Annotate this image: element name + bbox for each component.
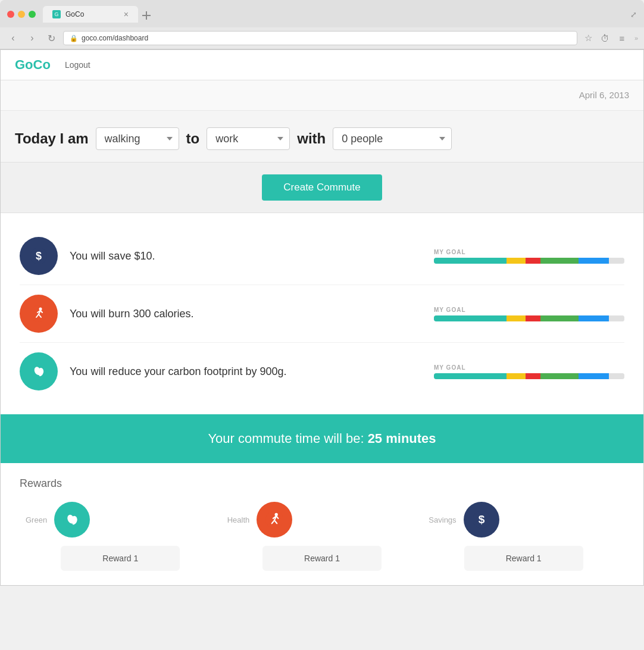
app-logo[interactable]: GoCo (15, 57, 51, 73)
green-leaf-icon (62, 510, 82, 530)
bar-seg-red (526, 258, 541, 264)
tab-close-button[interactable]: × (124, 10, 129, 19)
svg-rect-1 (142, 15, 151, 16)
date-text: April 6, 2013 (579, 90, 629, 100)
expand-icon[interactable]: ⤢ (630, 10, 637, 19)
address-bar[interactable]: 🔒 goco.com/dashboard (63, 31, 577, 45)
leaf-icon (29, 362, 48, 381)
calories-stat-text: You will burn 300 calories. (70, 308, 434, 320)
bar-seg-empty (609, 315, 624, 321)
bar-seg-empty (609, 258, 624, 264)
logout-button[interactable]: Logout (65, 60, 90, 70)
commute-time-banner: Your commute time will be: 25 minutes (1, 414, 643, 463)
clock-icon[interactable]: ⏱ (599, 32, 612, 45)
bar-seg-blue (579, 315, 609, 321)
bar-seg-red (526, 315, 541, 321)
carbon-goal-section: MY GOAL (434, 364, 624, 379)
savings-reward-card: Reward 1 (464, 546, 583, 571)
new-tab-button[interactable] (138, 8, 155, 23)
create-button-section: Create Commute (1, 162, 643, 213)
people-select[interactable]: 0 people 1 person 2 people 3 people (333, 127, 452, 150)
commute-form-section: Today I am walking cycling driving runni… (1, 111, 643, 162)
bar-seg-yellow (507, 258, 526, 264)
menu-icon[interactable]: ≡ (615, 32, 629, 45)
carbon-stat-text: You will reduce your carbon footprint by… (70, 365, 434, 378)
expand-dot[interactable] (29, 11, 36, 18)
create-commute-button[interactable]: Create Commute (262, 174, 382, 201)
bar-seg-blue (579, 258, 609, 264)
bar-seg-blue (579, 373, 609, 379)
savings-goal-section: MY GOAL (434, 249, 624, 264)
savings-reward-text: Reward 1 (506, 554, 542, 563)
green-reward-card: Reward 1 (61, 546, 180, 571)
browser-toolbar: ‹ › ↻ 🔒 goco.com/dashboard ☆ ⏱ ≡ » (0, 27, 644, 49)
health-icon (257, 502, 292, 538)
extra-label: » (634, 35, 638, 42)
bar-seg-green (434, 258, 507, 264)
commute-time-prefix: Your commute time will be: (208, 431, 364, 446)
green-icon (54, 502, 90, 538)
destination-select[interactable]: work home school (207, 127, 290, 150)
rewards-section: Rewards Green Reward 1 (1, 463, 643, 585)
savings-reward-label: Savings (429, 515, 456, 524)
bar-seg-red (526, 373, 541, 379)
savings-goal-bar (434, 258, 624, 264)
savings-goal-label: MY GOAL (434, 249, 624, 255)
today-label: Today I am (15, 130, 89, 147)
health-run-icon (264, 510, 285, 530)
svg-text:$: $ (36, 250, 42, 262)
commute-sentence: Today I am walking cycling driving runni… (15, 127, 629, 150)
url-text: goco.com/dashboard (82, 34, 148, 42)
health-label: Health (227, 515, 250, 524)
calories-goal-label: MY GOAL (434, 307, 624, 313)
star-icon[interactable]: ☆ (582, 32, 595, 45)
bar-seg-green2 (540, 315, 579, 321)
rewards-title: Rewards (20, 477, 624, 490)
carbon-icon-circle (20, 352, 58, 390)
lock-icon: 🔒 (70, 35, 78, 42)
green-reward-col: Green Reward 1 (20, 502, 221, 571)
with-label: with (297, 130, 326, 147)
carbon-goal-label: MY GOAL (434, 364, 624, 371)
carbon-goal-bar (434, 373, 624, 379)
browser-window: G GoCo × ⤢ ‹ › ↻ 🔒 goco.com/dashboard ☆ … (0, 0, 644, 49)
bar-seg-yellow (507, 315, 526, 321)
rewards-grid: Green Reward 1 (20, 502, 624, 571)
calories-icon-circle (20, 295, 58, 333)
toolbar-right: ☆ ⏱ ≡ (582, 32, 629, 45)
savings-reward-col: Savings $ Reward 1 (423, 502, 624, 571)
bar-seg-empty (609, 373, 624, 379)
calories-stat-row: You will burn 300 calories. MY GOAL (20, 285, 624, 343)
carbon-stat-row: You will reduce your carbon footprint by… (20, 343, 624, 400)
bar-seg-green (434, 315, 507, 321)
bar-seg-green (434, 373, 507, 379)
browser-dots (7, 11, 36, 18)
tab-favicon: G (52, 10, 61, 18)
bar-seg-green2 (540, 258, 579, 264)
calories-goal-bar (434, 315, 624, 321)
run-icon (29, 304, 48, 323)
health-reward-col: Health Reward 1 (221, 502, 423, 571)
svg-text:$: $ (478, 513, 484, 526)
minimize-dot[interactable] (18, 11, 25, 18)
green-reward-text: Reward 1 (102, 554, 138, 563)
back-button[interactable]: ‹ (6, 31, 20, 45)
forward-button[interactable]: › (25, 31, 39, 45)
close-dot[interactable] (7, 11, 14, 18)
health-reward-text: Reward 1 (304, 554, 340, 563)
money-icon: $ (29, 246, 48, 265)
green-label: Green (26, 515, 47, 524)
refresh-button[interactable]: ↻ (44, 31, 58, 45)
savings-stat-row: $ You will save $10. MY GOAL (20, 227, 624, 285)
bar-seg-green2 (540, 373, 579, 379)
browser-titlebar: G GoCo × ⤢ (0, 0, 644, 27)
calories-goal-section: MY GOAL (434, 307, 624, 321)
stats-section: $ You will save $10. MY GOAL (1, 213, 643, 414)
bar-seg-yellow (507, 373, 526, 379)
app-header: GoCo Logout (1, 50, 643, 80)
transport-mode-select[interactable]: walking cycling driving running (96, 127, 179, 150)
health-reward-card: Reward 1 (262, 546, 382, 571)
savings-money-icon: $ (471, 510, 492, 530)
browser-tab[interactable]: G GoCo × (43, 6, 138, 23)
to-label: to (186, 130, 200, 147)
